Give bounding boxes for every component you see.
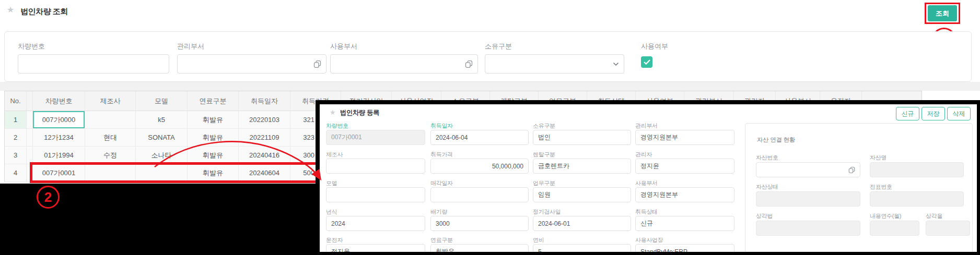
cell-no[interactable]: 4: [5, 164, 27, 181]
col-header-vehicle-no[interactable]: 차량번호: [33, 91, 85, 111]
useful-life-label: 내용연수(월): [870, 212, 901, 220]
search-vehicle-no-input[interactable]: [18, 54, 169, 74]
acq-price-field[interactable]: 50,000,000: [430, 159, 529, 174]
acq-status-label: 취득상태: [635, 208, 658, 216]
query-button[interactable]: 조회: [928, 5, 957, 21]
col-header-acq-date[interactable]: 취득일자: [239, 91, 290, 111]
displacement-label: 배기량: [430, 208, 447, 216]
asset-link-panel: 자산 연결 현황 자산번호 자산명 자산상태 전표번호 상각법 내용연수(월) …: [745, 123, 973, 252]
save-button[interactable]: 저장: [921, 107, 945, 120]
mileage-field[interactable]: 5: [533, 244, 631, 252]
cell-vehicle-no[interactable]: 12가1234: [33, 129, 85, 146]
manager-label: 관리자: [635, 151, 652, 159]
col-header-model[interactable]: 모델: [136, 91, 188, 111]
mgmt-dept-label: 관리부서: [635, 122, 658, 130]
chevron-down-icon: [613, 62, 619, 66]
search-use-dept-input[interactable]: [330, 54, 478, 74]
registration-overlay: ★ 법인차량 등록 신규 저장 삭제 차량번호 007가0001 취득일자 20…: [320, 104, 977, 252]
asset-no-label: 자산번호: [756, 154, 778, 162]
page-title: 법인차량 조회: [20, 7, 68, 17]
ownership-select[interactable]: 법인: [533, 130, 631, 145]
cell-model[interactable]: SONATA: [136, 129, 188, 146]
search-use-dept-label: 사용부서: [330, 42, 357, 51]
manager-field[interactable]: 정지윤: [635, 159, 734, 174]
search-mgmt-dept-label: 관리부서: [177, 42, 204, 51]
favorite-star-icon[interactable]: ★: [7, 6, 14, 14]
cell-fuel[interactable]: 휘발유: [188, 111, 239, 128]
sale-date-label: 매각일자: [430, 179, 453, 187]
search-ownership-select[interactable]: [485, 54, 624, 74]
slip-no-label: 전표번호: [870, 183, 892, 191]
depr-rate-label: 상각율: [926, 212, 942, 220]
col-header-select[interactable]: [27, 91, 33, 111]
rental-select[interactable]: 금호렌트카: [533, 159, 631, 174]
annotation-box-row-4: [30, 162, 322, 183]
cell-no[interactable]: 2: [5, 129, 27, 146]
cell-no[interactable]: 3: [5, 147, 27, 164]
mgmt-dept-field[interactable]: 경영지원본부: [635, 130, 734, 145]
inspection-date-field[interactable]: 2024-06-01: [533, 216, 631, 231]
cell-maker[interactable]: 현대: [85, 129, 136, 146]
mileage-label: 연비: [533, 236, 544, 244]
model-label: 모델: [326, 179, 337, 187]
cell-fuel[interactable]: 휘발유: [188, 147, 239, 164]
favorite-star-icon[interactable]: ★: [330, 109, 336, 116]
acq-date-label: 취득일자: [430, 122, 453, 130]
inspection-date-label: 정기검사일: [533, 208, 561, 216]
cell-acq-date[interactable]: 20221109: [239, 129, 290, 146]
cell-vehicle-no[interactable]: 007가0000: [33, 111, 85, 128]
cell-select[interactable]: [27, 147, 33, 164]
cell-maker[interactable]: 수정: [85, 147, 136, 164]
ownership-label: 소유구분: [533, 122, 555, 130]
search-ownership-label: 소유구분: [485, 42, 512, 51]
cell-maker[interactable]: [85, 111, 136, 128]
year-field[interactable]: 2024: [326, 216, 425, 231]
new-button[interactable]: 신규: [896, 107, 919, 120]
acq-price-label: 취득가격: [430, 151, 453, 159]
asset-name-field: [870, 162, 964, 177]
cell-acq-date[interactable]: 20240416: [239, 147, 290, 164]
fuel-select[interactable]: 휘발유: [430, 244, 529, 252]
use-dept-label: 사용부서: [635, 179, 658, 187]
sale-date-field[interactable]: [430, 187, 529, 202]
asset-status-field: [756, 191, 860, 207]
slip-no-field: [870, 191, 964, 207]
search-mgmt-dept-input[interactable]: [177, 54, 326, 74]
col-header-maker[interactable]: 제조사: [85, 91, 136, 111]
cell-model[interactable]: k5: [136, 111, 188, 128]
search-use-yn-checkbox[interactable]: [641, 56, 652, 68]
search-vehicle-no-label: 차량번호: [18, 42, 45, 51]
overlay-title: 법인차량 등록: [340, 108, 379, 117]
cell-acq-date[interactable]: 20220103: [239, 111, 290, 128]
displacement-field[interactable]: 3000: [430, 216, 529, 231]
copy-icon[interactable]: [465, 60, 473, 68]
acq-status-select[interactable]: 신규: [635, 216, 734, 231]
maker-field[interactable]: [326, 159, 425, 174]
biz-site-select[interactable]: StandByMe:ERP: [635, 244, 734, 252]
cell-select[interactable]: [27, 111, 33, 128]
check-icon: [644, 59, 650, 65]
year-label: 년식: [326, 208, 337, 216]
asset-no-field[interactable]: [756, 162, 860, 177]
acq-date-field[interactable]: 2024-06-04: [430, 130, 529, 145]
rental-label: 렌탈구분: [533, 151, 555, 159]
delete-button[interactable]: 삭제: [947, 107, 971, 120]
app-root: ★ 법인차량 조회 조회 1 차량번호 관리부서 사용부서 소유구분 사용여부 …: [0, 0, 980, 255]
depr-method-label: 상각법: [756, 212, 773, 220]
model-field[interactable]: [326, 187, 425, 202]
driver-field[interactable]: 정지윤: [326, 244, 425, 252]
biz-type-select[interactable]: 임원: [533, 187, 631, 202]
copy-icon[interactable]: [313, 60, 321, 68]
use-dept-field[interactable]: 경영지원본부: [635, 187, 734, 202]
col-header-fuel[interactable]: 연료구분: [188, 91, 239, 111]
col-header-no[interactable]: No.: [5, 91, 27, 111]
cell-model[interactable]: 소나타: [136, 147, 188, 164]
cell-no[interactable]: 1: [5, 111, 27, 128]
vehicle-no-label: 차량번호: [326, 122, 348, 130]
cell-vehicle-no[interactable]: 01가1994: [33, 147, 85, 164]
cell-select[interactable]: [27, 129, 33, 146]
fuel-label: 연료구분: [430, 236, 453, 244]
cell-fuel[interactable]: 휘발유: [188, 129, 239, 146]
copy-icon[interactable]: [848, 166, 855, 173]
biz-type-label: 업무구분: [533, 179, 555, 187]
